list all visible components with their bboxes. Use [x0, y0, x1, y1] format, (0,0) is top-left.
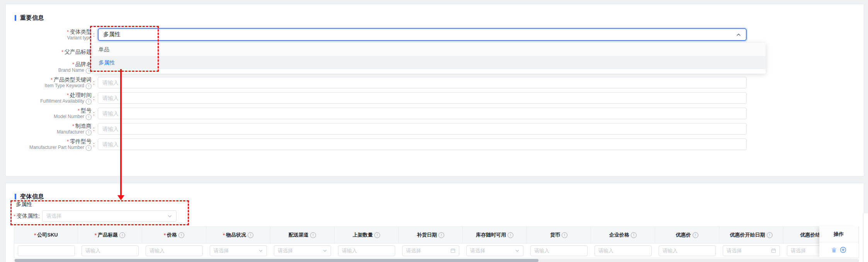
sale-price-input[interactable]: [659, 245, 716, 256]
variants-table: *公司SKU *产品标题 *价格 *物品状况 配送渠道 上架数量 补货日期 库存…: [14, 227, 859, 258]
info-icon[interactable]: [767, 232, 773, 238]
col-header-quantity: 上架数量: [335, 227, 399, 243]
info-icon[interactable]: [248, 232, 253, 238]
section-title: 变体信息: [20, 193, 44, 200]
chevron-up-icon: [736, 32, 741, 37]
action-column-header: 操作: [819, 226, 858, 242]
fulfillment-label: *处理时间 Fulfillment Availability: [6, 92, 92, 105]
info-icon[interactable]: [693, 232, 698, 238]
quantity-input[interactable]: [338, 245, 395, 256]
col-header-channel: 配送渠道: [270, 227, 335, 243]
variant-type-dropdown: 单品 多属性: [93, 43, 766, 74]
info-icon[interactable]: [631, 232, 637, 238]
model-number-label: *型号 Model Number: [6, 107, 92, 120]
dropdown-option-multi[interactable]: 多属性: [93, 56, 766, 69]
label-colon: :: [92, 95, 96, 101]
col-header-sale-start: 优惠价开始日期: [719, 227, 783, 243]
annotation-arrow-line: [120, 69, 122, 196]
section-accent-bar: [15, 194, 16, 199]
delete-row-icon[interactable]: [831, 247, 837, 253]
col-header-product-title: *产品标题: [78, 227, 142, 243]
form-row-model-number: *型号 Model Number :: [6, 108, 859, 119]
info-icon[interactable]: [86, 114, 92, 120]
stock-available-select[interactable]: 请选择: [466, 245, 523, 256]
section-accent-bar: [15, 15, 16, 21]
horizontal-scrollbar-thumb[interactable]: [15, 259, 538, 262]
form-row-item-type-keyword: *产品类型关键词 Item Type Keyword :: [6, 77, 859, 88]
info-icon[interactable]: [508, 232, 513, 238]
manufacturer-label: *制造商 Manufacturer: [6, 123, 92, 135]
info-icon[interactable]: [562, 232, 567, 238]
col-header-price: *价格: [142, 227, 206, 243]
col-header-company-sku: *公司SKU: [14, 227, 78, 243]
company-sku-input[interactable]: [18, 245, 75, 256]
product-title-input[interactable]: [82, 245, 139, 256]
form-row-part-number: *零件型号 Manufacturer Part Number :: [6, 139, 859, 150]
info-icon[interactable]: [86, 83, 92, 89]
brand-name-label: *品牌名 Brand Name: [6, 61, 92, 74]
table-row: 请选择 请选择 请选择 请选择 请选择 请选择: [14, 243, 859, 258]
item-type-keyword-label: *产品类型关键词 Item Type Keyword: [6, 76, 92, 89]
annotation-box-variant-attribute: [10, 200, 189, 225]
variant-type-label: *变体类型 Variant type: [6, 29, 92, 41]
col-header-stock-available: 库存随时可用: [463, 227, 527, 243]
currency-input[interactable]: [530, 245, 588, 256]
col-header-business-price: 企业价格: [591, 227, 655, 243]
form-row-fulfillment: *处理时间 Fulfillment Availability :: [6, 92, 859, 104]
col-header-currency: 货币: [527, 227, 591, 243]
info-icon[interactable]: [438, 232, 444, 238]
info-icon[interactable]: [119, 232, 125, 238]
col-header-condition: *物品状况: [206, 227, 270, 243]
section-title: 重要信息: [20, 14, 44, 22]
variant-type-select[interactable]: 多属性: [98, 28, 747, 41]
calendar-icon: [771, 248, 776, 253]
important-section-header: 重要信息: [15, 14, 44, 22]
part-number-label: *零件型号 Manufacturer Part Number: [6, 138, 92, 151]
restock-date-picker[interactable]: 请选择: [402, 245, 459, 256]
fulfillment-input[interactable]: [98, 92, 747, 104]
business-price-input[interactable]: [595, 245, 652, 256]
dropdown-option-single[interactable]: 单品: [93, 43, 766, 56]
col-header-sale-price: 优惠价: [655, 227, 719, 243]
parent-title-label: *父产品标题: [6, 49, 92, 55]
horizontal-scrollbar-track[interactable]: [14, 259, 859, 262]
info-icon[interactable]: [374, 232, 380, 238]
info-icon[interactable]: [178, 232, 184, 238]
table-header-row: *公司SKU *产品标题 *价格 *物品状况 配送渠道 上架数量 补货日期 库存…: [14, 227, 859, 243]
annotation-box-variant-type: [90, 26, 159, 72]
chevron-down-icon: [323, 248, 327, 253]
browser-scrollbar-gutter[interactable]: [863, 213, 868, 262]
annotation-arrow-head: [117, 195, 124, 200]
channel-select[interactable]: 请选择: [274, 245, 331, 256]
label-colon: :: [92, 79, 96, 86]
sale-start-date-picker[interactable]: 请选择: [723, 245, 780, 256]
info-icon[interactable]: [310, 232, 316, 238]
product-listing-page: { "ui": { "required_mark": "*", "colon":…: [0, 0, 868, 262]
col-header-restock-date: 补货日期: [399, 227, 463, 243]
manufacturer-input[interactable]: [98, 123, 747, 135]
chevron-down-icon: [515, 248, 520, 253]
price-input[interactable]: [146, 245, 203, 256]
calendar-icon: [450, 248, 455, 253]
label-colon: :: [92, 126, 96, 132]
part-number-input[interactable]: [98, 139, 747, 150]
variant-section-header: 变体信息: [15, 193, 44, 200]
add-row-icon[interactable]: [840, 247, 846, 253]
label-colon: :: [92, 110, 96, 117]
info-icon[interactable]: [86, 130, 92, 135]
item-type-keyword-input[interactable]: [98, 77, 747, 88]
info-icon[interactable]: [86, 99, 92, 105]
form-row-manufacturer: *制造商 Manufacturer :: [6, 123, 859, 135]
label-colon: :: [92, 141, 96, 147]
action-column-panel: 操作: [819, 226, 858, 258]
chevron-down-icon: [258, 248, 263, 253]
info-icon[interactable]: [86, 145, 92, 151]
condition-select[interactable]: 请选择: [210, 245, 267, 256]
model-number-input[interactable]: [98, 108, 747, 119]
